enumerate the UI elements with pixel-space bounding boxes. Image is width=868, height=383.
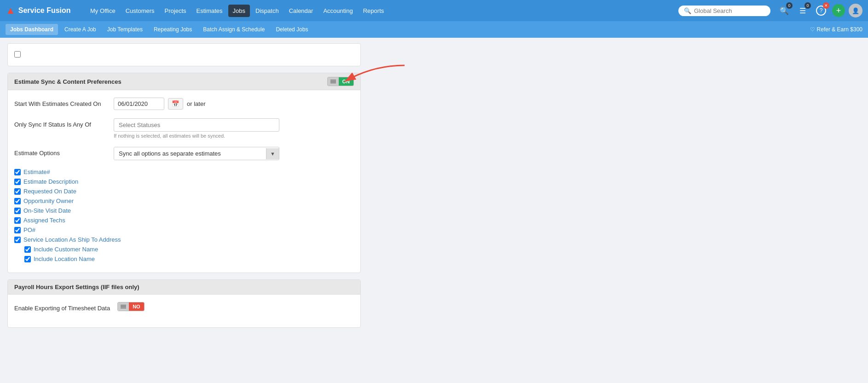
partial-checkbox[interactable]	[14, 51, 21, 58]
refer-text: Refer & Earn $300	[817, 26, 862, 33]
sub-nav-links: Jobs Dashboard Create A Job Job Template…	[6, 24, 312, 35]
cb-opp-owner-label: Opportunity Owner	[23, 197, 74, 204]
cb-onsite-visit[interactable]	[14, 208, 21, 214]
user-avatar[interactable]: 👤	[849, 4, 862, 17]
cb-po-label: PO#	[23, 226, 35, 233]
nav-accounting[interactable]: Accounting	[318, 5, 357, 17]
cb-assigned-techs-label: Assigned Techs	[23, 217, 65, 224]
main-nav-links: My Office Customers Projects Estimates J…	[86, 5, 677, 17]
cb-estimate-num[interactable]	[14, 169, 21, 175]
payroll-body: Enable Exporting of Timesheet Data NO	[8, 295, 360, 327]
heart-icon: ♡	[810, 26, 815, 33]
calendar-button[interactable]: 📅	[168, 98, 183, 110]
start-date-row: Start With Estimates Created On 📅 or lat…	[14, 98, 354, 110]
estimate-sync-toggle[interactable]: ON	[327, 77, 354, 86]
brand-icon: ▲	[6, 5, 16, 17]
messages-icon[interactable]: ☰ 0	[795, 3, 810, 18]
start-date-label: Start With Estimates Created On	[14, 98, 106, 107]
checkbox-service-loc: Service Location As Ship To Address	[14, 236, 354, 243]
cb-include-customer-label: Include Customer Name	[34, 246, 98, 253]
cb-service-loc-label: Service Location As Ship To Address	[23, 236, 121, 243]
search-badge: 0	[786, 2, 793, 9]
estimate-options-row: Estimate Options Sync all options as sep…	[14, 147, 354, 160]
nav-dispatch[interactable]: Dispatch	[251, 5, 284, 17]
nav-customers[interactable]: Customers	[121, 5, 159, 17]
checkbox-estimate-desc: Estimate Description	[14, 178, 354, 185]
help-icon-btn[interactable]: ? ✕	[814, 3, 828, 18]
top-navigation: ▲ Service Fusion My Office Customers Pro…	[0, 0, 868, 21]
nav-estimates[interactable]: Estimates	[192, 5, 227, 17]
start-date-controls: 📅 or later	[114, 98, 205, 110]
date-input[interactable]	[114, 98, 164, 110]
sub-navigation: Jobs Dashboard Create A Job Job Template…	[0, 21, 868, 38]
cb-estimate-desc-label: Estimate Description	[23, 178, 78, 185]
help-badge: ✕	[823, 2, 829, 9]
cb-po[interactable]	[14, 227, 21, 233]
checkbox-include-customer: Include Customer Name	[24, 246, 354, 253]
checkbox-opp-owner: Opportunity Owner	[14, 197, 354, 204]
payroll-toggle-lines[interactable]	[118, 302, 129, 311]
cb-include-location-label: Include Location Name	[34, 255, 95, 262]
cb-requested-on[interactable]	[14, 188, 21, 195]
partial-card-inner	[8, 43, 360, 66]
estimate-sync-card: Estimate Sync & Content Preferences ON	[7, 73, 361, 273]
toggle-lines-btn[interactable]	[328, 77, 339, 86]
cb-onsite-visit-label: On-Site Visit Date	[23, 207, 71, 214]
estimate-sync-title: Estimate Sync & Content Preferences	[14, 78, 122, 85]
refer-link[interactable]: ♡ Refer & Earn $300	[810, 26, 862, 33]
global-search[interactable]: 🔍	[678, 6, 770, 16]
cb-include-location[interactable]	[24, 256, 31, 262]
brand-name: Service Fusion	[18, 6, 71, 15]
payroll-toggle[interactable]: NO	[117, 302, 145, 311]
subnav-create-job[interactable]: Create A Job	[60, 24, 101, 35]
cb-estimate-num-label: Estimate#	[23, 168, 50, 175]
status-hint: If nothing is selected, all estimates wi…	[114, 133, 279, 139]
search-nav-icon[interactable]: 🔍 0	[777, 3, 792, 18]
messages-badge: 0	[804, 2, 811, 9]
estimate-sync-header: Estimate Sync & Content Preferences ON	[8, 73, 360, 90]
checkbox-po: PO#	[14, 226, 354, 233]
checkbox-onsite-visit: On-Site Visit Date	[14, 207, 354, 214]
or-later-text: or later	[187, 100, 205, 107]
estimate-options-select[interactable]: Sync all options as separate estimates	[114, 147, 266, 160]
subnav-repeating-jobs[interactable]: Repeating Jobs	[149, 24, 197, 35]
status-controls: If nothing is selected, all estimates wi…	[114, 118, 279, 139]
nav-reports[interactable]: Reports	[359, 5, 389, 17]
nav-projects[interactable]: Projects	[160, 5, 191, 17]
payroll-title: Payroll Hours Export Settings (IIF files…	[14, 284, 139, 290]
subnav-deleted-jobs[interactable]: Deleted Jobs	[271, 24, 312, 35]
cb-opp-owner[interactable]	[14, 198, 21, 204]
page-content: Estimate Sync & Content Preferences ON	[0, 38, 868, 340]
search-input[interactable]	[694, 7, 758, 14]
nav-calendar[interactable]: Calendar	[284, 5, 318, 17]
cb-include-customer[interactable]	[24, 246, 31, 253]
status-label: Only Sync If Status Is Any Of	[14, 118, 106, 128]
nav-my-office[interactable]: My Office	[86, 5, 120, 17]
status-select-input[interactable]	[114, 118, 279, 132]
subnav-batch-assign[interactable]: Batch Assign & Schedule	[198, 24, 269, 35]
payroll-export-row: Enable Exporting of Timesheet Data NO	[14, 302, 354, 312]
estimate-options-dropdown[interactable]: Sync all options as separate estimates ▼	[114, 147, 279, 160]
dropdown-arrow-icon: ▼	[266, 148, 279, 159]
checkbox-requested-on: Requested On Date	[14, 188, 354, 195]
add-button[interactable]: +	[832, 4, 845, 17]
nav-jobs[interactable]: Jobs	[228, 5, 250, 17]
brand-logo[interactable]: ▲ Service Fusion	[6, 5, 79, 17]
cb-estimate-desc[interactable]	[14, 179, 21, 185]
payroll-card: Payroll Hours Export Settings (IIF files…	[7, 279, 361, 328]
checkbox-include-location: Include Location Name	[24, 255, 354, 262]
estimate-sync-body: Start With Estimates Created On 📅 or lat…	[8, 90, 360, 273]
cb-service-loc[interactable]	[14, 237, 21, 243]
nav-icons-group: 🔍 0 ☰ 0 ? ✕ + 👤	[777, 3, 862, 18]
subnav-jobs-dashboard[interactable]: Jobs Dashboard	[6, 24, 58, 35]
toggle-on-label[interactable]: ON	[339, 77, 354, 86]
cb-assigned-techs[interactable]	[14, 217, 21, 224]
subnav-job-templates[interactable]: Job Templates	[103, 24, 147, 35]
cb-requested-on-label: Requested On Date	[23, 188, 76, 195]
payroll-toggle-off-label[interactable]: NO	[129, 302, 144, 311]
checkboxes-section: Estimate# Estimate Description Requested…	[14, 168, 354, 262]
search-icon: 🔍	[684, 7, 691, 14]
main-content-area: Estimate Sync & Content Preferences ON	[0, 38, 368, 340]
checkbox-assigned-techs: Assigned Techs	[14, 217, 354, 224]
partial-card-top	[7, 43, 361, 66]
